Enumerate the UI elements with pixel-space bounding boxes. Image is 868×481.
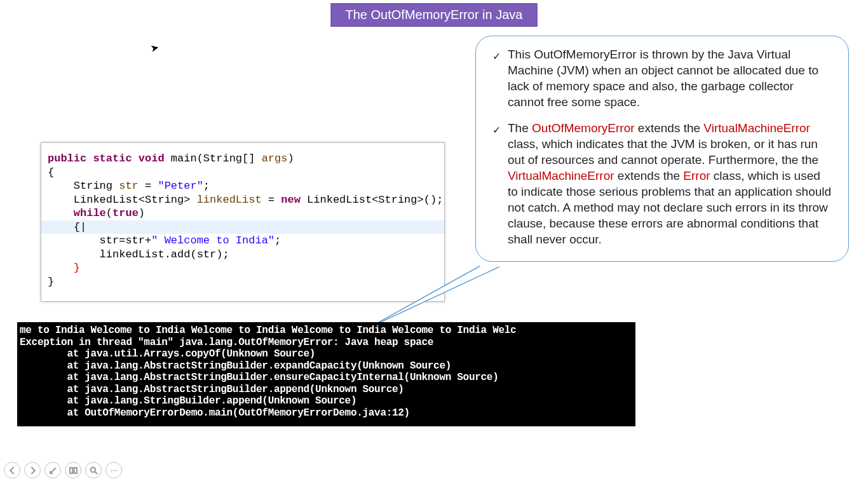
svg-point-5 xyxy=(113,470,114,471)
svg-rect-0 xyxy=(480,264,508,267)
slide-title: The OutOfMemoryError in Java xyxy=(331,3,538,27)
callout-text: This OutOfMemoryError is thrown by the J… xyxy=(508,46,832,110)
code-text: String xyxy=(48,180,119,192)
pen-button[interactable] xyxy=(44,462,61,478)
highlight-term: VirtualMachineError xyxy=(703,121,810,135)
code-string: " Welcome to India" xyxy=(151,234,275,247)
code-text: main(String[] xyxy=(165,152,262,165)
code-text: { xyxy=(48,166,54,179)
checkmark-icon: ✓ xyxy=(492,120,508,247)
code-text: linkedList.add(str); xyxy=(48,248,229,261)
code-text: ( xyxy=(106,207,112,219)
console-output: me to India Welcome to India Welcome to … xyxy=(17,322,635,426)
callout-text: The OutOfMemoryError extends the Virtual… xyxy=(508,120,832,247)
code-text: ) xyxy=(139,207,145,219)
next-button[interactable] xyxy=(24,462,41,478)
code-param: linkedList xyxy=(197,194,262,206)
more-button[interactable] xyxy=(105,462,122,478)
svg-point-6 xyxy=(116,470,117,471)
highlight-term: Error xyxy=(683,169,710,182)
code-text: = xyxy=(262,194,281,206)
explanation-callout: ✓ This OutOfMemoryError is thrown by the… xyxy=(475,36,849,262)
t: extends the xyxy=(614,169,684,182)
svg-rect-2 xyxy=(74,468,76,473)
code-string: "Peter" xyxy=(158,180,203,192)
code-text: } xyxy=(48,262,80,274)
code-keyword: public static void xyxy=(48,152,165,165)
svg-point-4 xyxy=(111,470,112,471)
code-snippet: public static void main(String[] args) {… xyxy=(41,142,445,302)
code-text: = xyxy=(139,180,158,192)
code-text: ; xyxy=(203,180,210,192)
cursor-icon: ➤ xyxy=(149,41,160,55)
highlight-term: VirtualMachineError xyxy=(508,169,614,182)
t: class, which indicates that the JVM is b… xyxy=(508,137,818,166)
slides-button[interactable] xyxy=(65,462,81,478)
highlight-term: OutOfMemoryError xyxy=(532,121,635,135)
code-text: ) xyxy=(287,152,294,165)
callout-item: ✓ The OutOfMemoryError extends the Virtu… xyxy=(492,120,832,247)
prev-button[interactable] xyxy=(4,462,20,478)
code-text: LinkedList<String> xyxy=(48,194,197,206)
code-param: str xyxy=(119,180,139,192)
checkmark-icon: ✓ xyxy=(492,46,508,110)
code-text: str=str+ xyxy=(48,234,151,247)
zoom-button[interactable] xyxy=(85,462,102,478)
player-toolbar xyxy=(0,459,868,481)
code-text: LinkedList<String>(); xyxy=(301,194,443,206)
code-text: { xyxy=(48,221,80,233)
code-param: args xyxy=(262,152,288,165)
code-text: ; xyxy=(275,234,281,247)
t: extends the xyxy=(635,121,704,135)
code-keyword: while xyxy=(48,207,106,219)
code-keyword: new xyxy=(281,194,301,206)
svg-rect-1 xyxy=(70,468,72,473)
code-text: } xyxy=(48,276,54,288)
callout-item: ✓ This OutOfMemoryError is thrown by the… xyxy=(492,46,832,110)
svg-point-3 xyxy=(90,467,95,472)
code-keyword: true xyxy=(112,207,139,219)
t: The xyxy=(508,121,532,135)
